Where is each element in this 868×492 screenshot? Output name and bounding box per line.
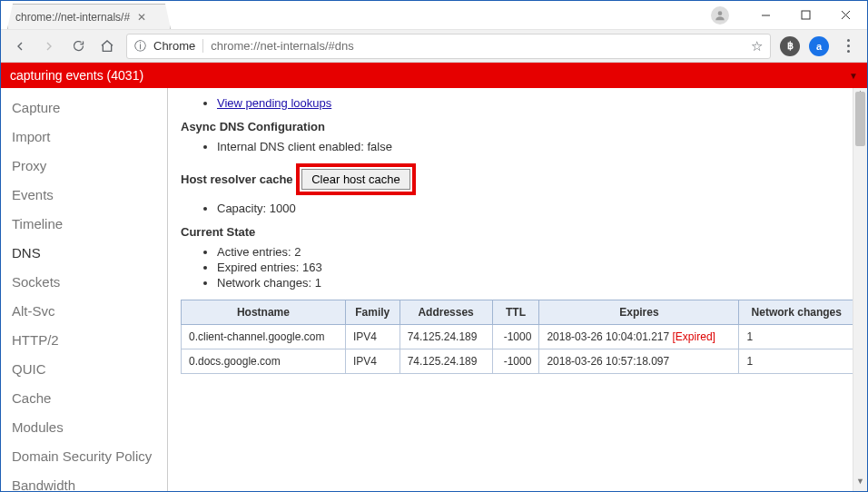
bookmark-star-icon[interactable]: ☆ [751, 38, 763, 54]
sidebar-item-events[interactable]: Events [1, 181, 167, 210]
table-header: Expires [539, 300, 739, 325]
profile-icon[interactable] [711, 6, 729, 25]
async-dns-heading: Async DNS Configuration [181, 120, 854, 133]
sidebar-item-timeline[interactable]: Timeline [1, 210, 167, 239]
cell-expires: 2018-03-26 10:04:01.217 [Expired] [539, 325, 739, 349]
tab-title: chrome://net-internals/# [15, 11, 130, 24]
state-item: Active entries: 2 [217, 244, 854, 260]
sidebar-item-capture[interactable]: Capture [1, 93, 167, 123]
status-dropdown-icon[interactable]: ▼ [849, 71, 858, 81]
sidebar-item-import[interactable]: Import [1, 123, 167, 152]
sidebar-item-quic[interactable]: QUIC [1, 355, 167, 384]
status-bar[interactable]: capturing events (4031) ▼ [1, 63, 867, 88]
back-button[interactable] [10, 36, 30, 56]
main-content: View pending lookups Async DNS Configura… [168, 88, 867, 491]
sidebar-item-modules[interactable]: Modules [1, 413, 167, 442]
sidebar-item-http-2[interactable]: HTTP/2 [1, 326, 167, 355]
extension-icon-2[interactable]: a [809, 36, 829, 56]
scroll-thumb[interactable] [855, 92, 865, 146]
host-resolver-heading: Host resolver cache Clear host cache [181, 163, 854, 195]
home-button[interactable] [97, 36, 117, 56]
cell-network-changes: 1 [739, 325, 854, 349]
cell-network-changes: 1 [739, 349, 854, 374]
clear-host-cache-button[interactable]: Clear host cache [301, 169, 410, 190]
state-item: Network changes: 1 [217, 275, 854, 290]
vertical-scrollbar[interactable]: ▲ ▼ [853, 88, 867, 491]
table-header: TTL [492, 300, 539, 325]
table-header: Family [345, 300, 399, 325]
view-pending-lookups-link[interactable]: View pending lookups [217, 96, 331, 110]
clear-host-cache-highlight: Clear host cache [296, 163, 416, 195]
status-bar-text: capturing events (4031) [10, 68, 143, 83]
tab-close-icon[interactable]: ✕ [137, 11, 146, 24]
browser-tab[interactable]: chrome://net-internals/# ✕ [7, 4, 171, 29]
table-header: Hostname [182, 300, 346, 325]
site-info-icon[interactable]: ⓘ [134, 38, 146, 54]
cell-family: IPV4 [345, 325, 399, 349]
cell-ttl: -1000 [492, 325, 539, 349]
svg-rect-2 [802, 11, 810, 19]
current-state-heading: Current State [181, 225, 854, 239]
capacity-item: Capacity: 1000 [217, 201, 854, 216]
async-dns-status: Internal DNS client enabled: false [217, 139, 854, 154]
cell-hostname: 0.client-channel.google.com [182, 325, 346, 349]
cell-addresses: 74.125.24.189 [399, 349, 492, 374]
address-bar[interactable]: ⓘ Chrome chrome://net-internals/#dns ☆ [126, 34, 771, 59]
state-item: Expired entries: 163 [217, 260, 854, 275]
host-cache-table: HostnameFamilyAddressesTTLExpiresNetwork… [181, 300, 854, 374]
table-row: 0.docs.google.comIPV474.125.24.189-10002… [182, 349, 854, 374]
sidebar-item-dns[interactable]: DNS [1, 239, 167, 268]
sidebar-item-sockets[interactable]: Sockets [1, 268, 167, 297]
cell-family: IPV4 [345, 349, 399, 374]
svg-point-0 [718, 11, 723, 15]
close-window-button[interactable] [825, 2, 865, 29]
sidebar-item-cache[interactable]: Cache [1, 384, 167, 413]
sidebar-item-alt-svc[interactable]: Alt-Svc [1, 297, 167, 326]
cell-expires: 2018-03-26 10:57:18.097 [539, 349, 739, 374]
minimize-button[interactable] [745, 2, 785, 29]
cell-ttl: -1000 [492, 349, 539, 374]
sidebar-item-domain-security-policy[interactable]: Domain Security Policy [1, 442, 167, 471]
sidebar-item-proxy[interactable]: Proxy [1, 152, 167, 181]
cell-addresses: 74.125.24.189 [399, 325, 492, 349]
scroll-down-icon[interactable]: ▼ [853, 477, 867, 491]
maximize-button[interactable] [785, 2, 825, 29]
forward-button [39, 36, 59, 56]
extension-icon-1[interactable]: ฿ [780, 36, 800, 56]
table-header: Network changes [739, 300, 854, 325]
sidebar: CaptureImportProxyEventsTimelineDNSSocke… [1, 88, 168, 491]
table-row: 0.client-channel.google.comIPV474.125.24… [182, 325, 854, 349]
reload-button[interactable] [68, 36, 88, 56]
chrome-menu-button[interactable] [838, 39, 858, 53]
url-text: chrome://net-internals/#dns [211, 39, 354, 53]
table-header: Addresses [399, 300, 492, 325]
cell-hostname: 0.docs.google.com [182, 349, 346, 374]
sidebar-item-bandwidth[interactable]: Bandwidth [1, 471, 167, 491]
origin-label: Chrome [153, 39, 203, 53]
